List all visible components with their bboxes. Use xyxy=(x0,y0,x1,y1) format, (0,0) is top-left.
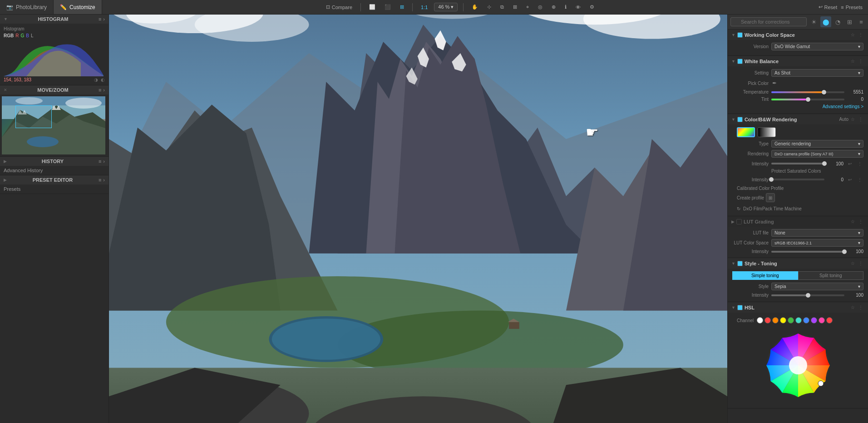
wcs-version-dropdown[interactable]: DxO Wide Gamut ▾ xyxy=(771,43,863,50)
movezoom-more-icon[interactable]: › xyxy=(103,87,105,93)
wb-eyedropper-icon[interactable]: ✒ xyxy=(771,79,778,87)
geometry-icon[interactable]: ⊞ xyxy=(844,16,855,27)
white-balance-header[interactable]: ▼ White Balance ☆ ⋮ xyxy=(728,56,868,66)
filmpack-row[interactable]: ↻ DxO FilmPack Time Machine xyxy=(732,204,863,213)
lut-intensity-thumb[interactable] xyxy=(842,249,847,254)
all-corrections-icon[interactable]: ≡ xyxy=(856,16,867,27)
create-profile-icon-button[interactable]: ⊞ xyxy=(766,193,775,202)
style-toning-header[interactable]: ▼ Style - Toning ☆ ⋮ xyxy=(728,258,868,269)
eye-tool[interactable]: 👁 xyxy=(573,4,583,11)
hsl-channel-green[interactable] xyxy=(788,317,794,323)
channel-rgb[interactable]: RGB xyxy=(4,33,14,38)
preset-editor-header[interactable]: ▶ PRESET EDITOR ≡ › xyxy=(0,175,108,184)
corrections-search-input[interactable] xyxy=(730,17,807,26)
hsl-channel-purple[interactable] xyxy=(811,317,817,323)
toning-style-dropdown[interactable]: Sepia ▾ xyxy=(771,283,863,290)
wb-advanced-settings-link[interactable]: Advanced settings > xyxy=(732,104,863,109)
cbw-intensity-reset-btn[interactable]: ↩ xyxy=(846,160,853,167)
cbw-protect-thumb[interactable] xyxy=(769,177,774,182)
hsl-enabled-checkbox[interactable] xyxy=(737,305,743,310)
zoom-fit-button[interactable]: ⊞ xyxy=(397,3,407,11)
toning-intensity-track[interactable] xyxy=(771,294,844,296)
center-image-area[interactable]: ☛ xyxy=(109,15,727,423)
lut-star-btn[interactable]: ☆ xyxy=(849,219,856,224)
cbw-protect-track[interactable] xyxy=(771,179,824,180)
lut-intensity-track[interactable] xyxy=(771,251,844,253)
hist-shadow-clip-icon[interactable]: ◑ xyxy=(94,77,98,82)
cbw-intensity-track[interactable] xyxy=(771,163,824,164)
channel-b[interactable]: B xyxy=(26,33,29,38)
hsl-channel-yellow[interactable] xyxy=(780,317,786,323)
color-mode-button[interactable] xyxy=(737,127,755,137)
histogram-menu-icon[interactable]: ≡ xyxy=(99,16,101,22)
lut-enabled-checkbox[interactable] xyxy=(736,219,742,224)
history-advanced-item[interactable]: Advanced History xyxy=(0,166,108,175)
preset-editor-menu-icon[interactable]: ≡ xyxy=(99,177,101,183)
hsl-channel-red[interactable] xyxy=(764,317,771,323)
wb-setting-dropdown[interactable]: As Shot ▾ xyxy=(771,69,863,77)
clone-tool[interactable]: ⊕ xyxy=(549,3,558,11)
lut-grading-header[interactable]: ▶ LUT Grading ☆ ⋮ xyxy=(728,216,868,227)
crop-tool[interactable]: ⊹ xyxy=(484,3,494,11)
wb-tint-thumb[interactable] xyxy=(806,97,810,102)
wcs-star-btn[interactable]: ☆ xyxy=(849,32,856,38)
movezoom-header[interactable]: ✕ MOVE/ZOOM ≡ › xyxy=(0,85,108,95)
lut-cs-dropdown[interactable]: sRGB IEC61966-2.1 ▾ xyxy=(771,239,863,247)
movezoom-menu-icon[interactable]: ≡ xyxy=(99,87,101,93)
hsl-star-btn[interactable]: ☆ xyxy=(849,304,856,310)
hsl-channel-orange[interactable] xyxy=(772,317,779,323)
lut-more-btn[interactable]: ⋮ xyxy=(857,219,864,224)
perspective-tool[interactable]: ⧉ xyxy=(498,3,507,11)
cbw-intensity-more-btn[interactable]: ⋮ xyxy=(856,160,863,167)
local-adjust-tool[interactable]: ⊞ xyxy=(510,3,520,11)
zoom-1to1-button[interactable]: 1:1 xyxy=(418,4,430,11)
hsl-channel-blue[interactable] xyxy=(803,317,809,323)
cbw-intensity-thumb[interactable] xyxy=(822,161,827,166)
hsl-channel-red2[interactable] xyxy=(826,317,833,323)
wb-temp-thumb[interactable] xyxy=(822,90,826,95)
cbw-rendering-dropdown[interactable]: DxO camera profile (Sony A7 III) ▾ xyxy=(771,150,863,158)
preset-editor-more-icon[interactable]: › xyxy=(103,177,105,183)
channel-g[interactable]: G xyxy=(20,33,24,38)
wb-star-btn[interactable]: ☆ xyxy=(849,58,856,64)
compare-button[interactable]: ⊡ Compare xyxy=(323,3,355,11)
wcs-enabled-checkbox[interactable] xyxy=(737,32,743,38)
toning-more-btn[interactable]: ⋮ xyxy=(857,260,864,266)
history-more-icon[interactable]: › xyxy=(103,159,105,164)
view-compare-button[interactable]: ⬛ xyxy=(382,3,394,11)
bw-mode-button[interactable] xyxy=(758,127,776,137)
repair-tool[interactable]: ⌖ xyxy=(523,3,532,11)
color-wheel-icon[interactable]: ⬤ xyxy=(820,16,831,27)
settings-tool[interactable]: ⚙ xyxy=(587,3,597,11)
histogram-more-icon[interactable]: › xyxy=(103,16,105,22)
reset-button[interactable]: ↩ Reset xyxy=(819,4,838,10)
cbw-protect-reset-btn[interactable]: ↩ xyxy=(846,176,853,183)
cbw-star-btn[interactable]: ☆ xyxy=(849,116,856,122)
history-menu-icon[interactable]: ≡ xyxy=(99,159,101,164)
hist-highlight-clip-icon[interactable]: ◐ xyxy=(101,77,105,82)
lut-file-dropdown[interactable]: None ▾ xyxy=(771,229,863,237)
channel-l[interactable]: L xyxy=(31,33,34,38)
split-toning-tab[interactable]: Split toning xyxy=(798,271,864,280)
dust-tool[interactable]: ◎ xyxy=(535,3,545,11)
sun-icon[interactable]: ☀ xyxy=(809,16,819,27)
wb-tint-track[interactable] xyxy=(771,99,844,100)
info-tool[interactable]: ℹ xyxy=(562,3,569,11)
hsl-channel-pink[interactable] xyxy=(819,317,825,323)
tab-customize[interactable]: ✏️ Customize xyxy=(54,0,102,14)
toning-intensity-thumb[interactable] xyxy=(806,293,810,298)
cbw-type-dropdown[interactable]: Generic rendering ▾ xyxy=(771,140,863,148)
channel-r[interactable]: R xyxy=(15,33,19,38)
clock-icon[interactable]: ◔ xyxy=(832,16,843,27)
cbw-more-btn[interactable]: ⋮ xyxy=(857,116,864,122)
wb-temp-track[interactable] xyxy=(771,91,844,93)
hsl-channel-white[interactable] xyxy=(757,317,763,323)
cbw-protect-more-btn[interactable]: ⋮ xyxy=(856,176,863,183)
presets-button[interactable]: ≡ Presets xyxy=(841,5,863,10)
history-header[interactable]: ▶ HISTORY ≡ › xyxy=(0,157,108,166)
wb-more-btn[interactable]: ⋮ xyxy=(857,58,864,64)
hsl-channel-cyan[interactable] xyxy=(795,317,802,323)
histogram-header[interactable]: ▼ HISTOGRAM ≡ › xyxy=(0,15,108,24)
wcs-more-btn[interactable]: ⋮ xyxy=(857,32,864,38)
view-single-button[interactable]: ⬜ xyxy=(366,3,378,11)
